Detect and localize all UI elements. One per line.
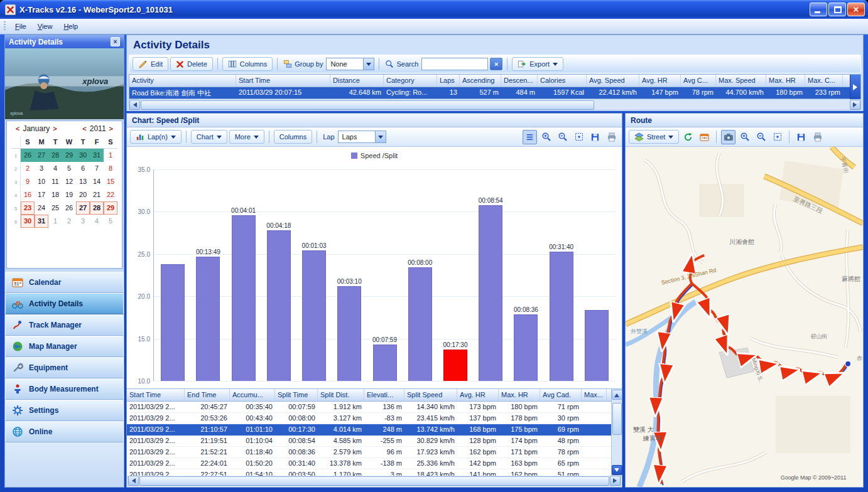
columns-button[interactable]: Columns bbox=[222, 57, 273, 71]
delete-button[interactable]: Delete bbox=[170, 57, 213, 71]
activity-col-header[interactable]: Calories bbox=[538, 75, 587, 87]
calendar-day[interactable]: 22 bbox=[104, 188, 117, 201]
activity-col-header[interactable]: Avg. HR bbox=[639, 75, 681, 87]
lap-n-button[interactable]: Lap(n) bbox=[130, 130, 182, 144]
menu-item-file[interactable]: File bbox=[9, 20, 32, 33]
splits-col-header[interactable]: Split Time bbox=[275, 389, 318, 401]
save-chart-button[interactable] bbox=[588, 130, 602, 144]
splits-row[interactable]: 2011/03/29 2...22:24:0101:50:2000:31:401… bbox=[127, 458, 611, 469]
calendar-day[interactable]: 29 bbox=[62, 149, 76, 162]
calendar-day[interactable]: 21 bbox=[90, 188, 104, 201]
calendar-day[interactable]: 10 bbox=[35, 175, 48, 188]
chart-bar[interactable] bbox=[585, 310, 609, 381]
calendar-day[interactable]: 9 bbox=[21, 175, 35, 188]
calendar-day[interactable]: 3 bbox=[35, 162, 48, 175]
chevron-down-icon[interactable] bbox=[375, 131, 386, 142]
zoom-out-button[interactable] bbox=[555, 130, 570, 144]
calendar-day[interactable]: 5 bbox=[62, 162, 76, 175]
scroll-down-button[interactable] bbox=[612, 465, 622, 475]
calendar-day[interactable]: 26 bbox=[62, 201, 76, 215]
activity-col-header[interactable]: Activity bbox=[129, 75, 236, 87]
activity-col-header[interactable]: Distance bbox=[330, 75, 384, 87]
splits-col-header[interactable]: Avg Cad. bbox=[540, 389, 582, 401]
calendar-day[interactable]: 12 bbox=[62, 175, 76, 188]
sidebar-item-activity-details[interactable]: Activity Details bbox=[5, 293, 124, 314]
splits-row[interactable]: 2011/03/29 2...20:45:2700:35:4000:07:591… bbox=[127, 402, 611, 413]
next-year-arrow[interactable]: > bbox=[107, 125, 115, 132]
close-button[interactable]: × bbox=[847, 3, 865, 16]
sidebar-item-online[interactable]: Online bbox=[5, 421, 124, 442]
chart-bar[interactable]: 00:08:00 bbox=[408, 267, 432, 381]
scroll-left-button[interactable] bbox=[128, 476, 139, 486]
calendar-day[interactable]: 28 bbox=[90, 201, 104, 215]
zoom-in-button[interactable] bbox=[539, 130, 553, 144]
calendar-day[interactable]: 27 bbox=[35, 149, 48, 162]
activity-col-header[interactable]: Laps bbox=[437, 75, 460, 87]
calendar-day[interactable]: 24 bbox=[35, 201, 48, 215]
splits-row[interactable]: 2011/03/29 2...20:53:2600:43:4000:08:003… bbox=[127, 413, 611, 424]
calendar-day[interactable]: 30 bbox=[21, 215, 35, 228]
splits-col-header[interactable]: Start Time bbox=[127, 389, 185, 401]
print-chart-button[interactable] bbox=[604, 130, 619, 144]
scroll-thumb[interactable] bbox=[139, 476, 609, 486]
chart-bar[interactable]: 00:08:54 bbox=[479, 205, 502, 381]
calendar-day[interactable]: 1 bbox=[104, 149, 117, 162]
calendar-day[interactable]: 3 bbox=[76, 215, 90, 228]
scroll-up-button[interactable] bbox=[612, 390, 622, 400]
chart-bar[interactable]: 00:13:49 bbox=[196, 257, 220, 381]
splits-row[interactable]: 2011/03/29 2...22:27:5101:54:1000:03:501… bbox=[127, 469, 611, 476]
activity-col-header[interactable]: Ascending bbox=[460, 75, 501, 87]
activity-col-header[interactable]: Max. HR bbox=[766, 75, 805, 87]
fit-view-button[interactable] bbox=[572, 130, 586, 144]
calendar-day[interactable]: 8 bbox=[104, 162, 117, 175]
fit-route-button[interactable] bbox=[770, 130, 784, 144]
chart-menu-button[interactable]: Chart bbox=[191, 130, 227, 144]
calendar-day[interactable]: 11 bbox=[48, 175, 62, 188]
calendar-day[interactable]: 4 bbox=[48, 162, 62, 175]
activity-col-header[interactable]: Max. Speed bbox=[716, 75, 766, 87]
scroll-left-button[interactable] bbox=[129, 100, 140, 110]
activity-col-header[interactable]: Max. C... bbox=[805, 75, 843, 87]
clear-search-button[interactable]: × bbox=[490, 58, 502, 70]
calendar-day[interactable]: 30 bbox=[76, 149, 90, 162]
splits-col-header[interactable]: Split Speed bbox=[404, 389, 457, 401]
next-month-arrow[interactable]: > bbox=[51, 125, 58, 132]
scroll-thumb[interactable] bbox=[612, 403, 622, 436]
chart-bar[interactable]: 00:07:59 bbox=[373, 345, 397, 381]
chart-bar[interactable]: 00:17:30 bbox=[443, 350, 467, 381]
zoom-out-button[interactable] bbox=[754, 130, 768, 144]
save-map-button[interactable] bbox=[794, 130, 808, 144]
street-view-button[interactable]: Street bbox=[629, 130, 679, 144]
search-input[interactable] bbox=[421, 58, 488, 70]
splits-row[interactable]: 2011/03/29 2...21:52:2101:18:4000:08:362… bbox=[127, 447, 611, 458]
calendar-day[interactable]: 14 bbox=[90, 175, 104, 188]
maximize-button[interactable] bbox=[828, 3, 846, 16]
calendar-day[interactable]: 31 bbox=[35, 215, 48, 228]
sidebar-close-button[interactable]: × bbox=[111, 37, 120, 46]
minimize-button[interactable] bbox=[810, 3, 827, 16]
zoom-in-button[interactable] bbox=[737, 130, 752, 144]
calendar-day[interactable]: 25 bbox=[48, 201, 62, 215]
calendar-day[interactable]: 13 bbox=[76, 175, 90, 188]
edit-button[interactable]: Edit bbox=[133, 57, 168, 71]
scroll-thumb[interactable] bbox=[141, 100, 594, 110]
activity-row[interactable]: Road Bike:南港 劍南 中社2011/03/29 20:07:1542.… bbox=[129, 87, 860, 99]
splits-col-header[interactable]: Split Dist. bbox=[318, 389, 364, 401]
calendar-day[interactable]: 31 bbox=[90, 149, 104, 162]
calendar-day[interactable]: 4 bbox=[90, 215, 104, 228]
chart-bar[interactable]: 00:04:01 bbox=[232, 215, 256, 381]
legend-toggle-button[interactable] bbox=[523, 130, 537, 144]
calendar-day[interactable]: 6 bbox=[76, 162, 90, 175]
chart-columns-button[interactable]: Columns bbox=[274, 130, 312, 144]
sidebar-item-track-manager[interactable]: Track Manager bbox=[5, 314, 124, 336]
app-icon[interactable] bbox=[5, 4, 16, 15]
calendar-day[interactable]: 26 bbox=[21, 149, 35, 162]
scroll-right-button[interactable] bbox=[610, 476, 621, 486]
scroll-right-button[interactable] bbox=[850, 100, 860, 110]
calendar-day[interactable]: 29 bbox=[104, 201, 117, 215]
calendar-day[interactable]: 2 bbox=[21, 162, 35, 175]
activity-col-header[interactable]: Category bbox=[384, 75, 437, 87]
sidebar-item-settings[interactable]: Settings bbox=[5, 400, 124, 421]
group-by-select[interactable]: None bbox=[326, 58, 374, 70]
export-button[interactable]: Export bbox=[512, 57, 563, 71]
